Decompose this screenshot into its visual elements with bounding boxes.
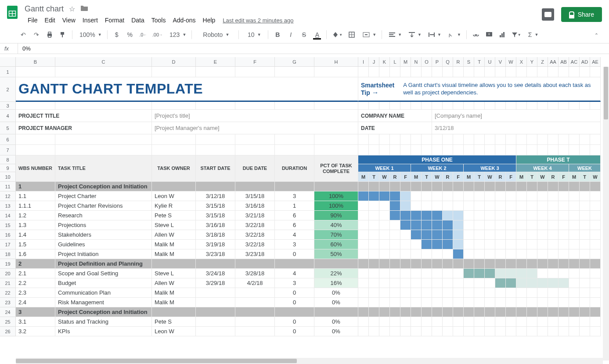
folder-icon[interactable] bbox=[80, 5, 88, 13]
last-edit-info[interactable]: Last edit was 2 minutes ago bbox=[223, 17, 293, 24]
comments-button[interactable] bbox=[542, 8, 554, 21]
wrap-button[interactable]: ▼ bbox=[425, 29, 443, 40]
svg-rect-7 bbox=[61, 32, 64, 35]
svg-text:A: A bbox=[448, 32, 453, 37]
svg-text:+: + bbox=[488, 32, 490, 36]
sheets-logo-icon[interactable] bbox=[4, 4, 21, 21]
text-color-button[interactable]: A bbox=[311, 29, 323, 40]
menu-help[interactable]: Help bbox=[200, 15, 219, 25]
menu-tools[interactable]: Tools bbox=[148, 15, 169, 25]
strike-button[interactable]: S bbox=[298, 29, 310, 40]
italic-button[interactable]: I bbox=[285, 29, 296, 40]
halign-button[interactable]: ▼ bbox=[386, 29, 404, 40]
currency-button[interactable]: $ bbox=[111, 29, 123, 40]
fill-color-button[interactable]: ▼ bbox=[330, 29, 344, 40]
titlebar: Gantt chart ☆ File Edit View Insert Form… bbox=[0, 0, 609, 26]
print-button[interactable] bbox=[44, 29, 55, 40]
increase-decimal-button[interactable]: .00→ bbox=[151, 29, 164, 40]
svg-rect-23 bbox=[500, 35, 501, 37]
menu-addons[interactable]: Add-ons bbox=[169, 15, 198, 25]
rotate-button[interactable]: A▼ bbox=[445, 29, 463, 40]
percent-button[interactable]: % bbox=[124, 29, 136, 40]
formula-bar[interactable]: fx 0% bbox=[0, 43, 609, 54]
formula-value[interactable]: 0% bbox=[22, 45, 31, 52]
paint-format-button[interactable] bbox=[57, 29, 68, 40]
filter-button[interactable]: ▼ bbox=[510, 29, 523, 40]
zoom-select[interactable]: 100%▼ bbox=[76, 29, 104, 40]
borders-button[interactable] bbox=[346, 29, 357, 40]
font-size-select[interactable]: 10▼ bbox=[242, 29, 264, 40]
undo-button[interactable]: ↶ bbox=[18, 29, 29, 40]
comment-button[interactable]: + bbox=[483, 29, 495, 40]
menu-data[interactable]: Data bbox=[128, 15, 148, 25]
svg-rect-25 bbox=[503, 32, 504, 37]
share-button[interactable]: Share bbox=[561, 7, 602, 22]
functions-button[interactable]: Σ▼ bbox=[525, 29, 541, 40]
menu-bar: File Edit View Insert Format Data Tools … bbox=[25, 14, 542, 26]
star-icon[interactable]: ☆ bbox=[69, 5, 75, 13]
link-button[interactable] bbox=[470, 29, 482, 40]
svg-rect-24 bbox=[501, 33, 503, 37]
redo-button[interactable]: ↷ bbox=[31, 29, 42, 40]
menu-edit[interactable]: Edit bbox=[42, 15, 58, 25]
fx-icon: fx bbox=[4, 45, 18, 52]
menu-format[interactable]: Format bbox=[102, 15, 127, 25]
collapse-toolbar-button[interactable]: ⌄ bbox=[591, 29, 602, 40]
bold-button[interactable]: B bbox=[272, 29, 283, 40]
share-label: Share bbox=[578, 11, 594, 18]
font-select[interactable]: Roboto▼ bbox=[195, 29, 235, 40]
more-formats-select[interactable]: 123▼ bbox=[166, 29, 188, 40]
valign-button[interactable]: ▼ bbox=[405, 29, 423, 40]
svg-rect-5 bbox=[48, 32, 51, 34]
svg-rect-6 bbox=[48, 36, 51, 37]
menu-file[interactable]: File bbox=[25, 15, 41, 25]
doc-title[interactable]: Gantt chart bbox=[25, 4, 64, 14]
merge-button[interactable]: ▼ bbox=[359, 29, 378, 40]
svg-rect-8 bbox=[62, 35, 63, 37]
decrease-decimal-button[interactable]: .0← bbox=[137, 29, 149, 40]
menu-insert[interactable]: Insert bbox=[79, 15, 101, 25]
toolbar: ↶ ↷ 100%▼ $ % .0← .00→ 123▼ Roboto▼ 10▼ … bbox=[0, 26, 609, 43]
chart-button[interactable] bbox=[497, 29, 508, 40]
lock-icon bbox=[569, 11, 574, 18]
menu-view[interactable]: View bbox=[59, 15, 79, 25]
